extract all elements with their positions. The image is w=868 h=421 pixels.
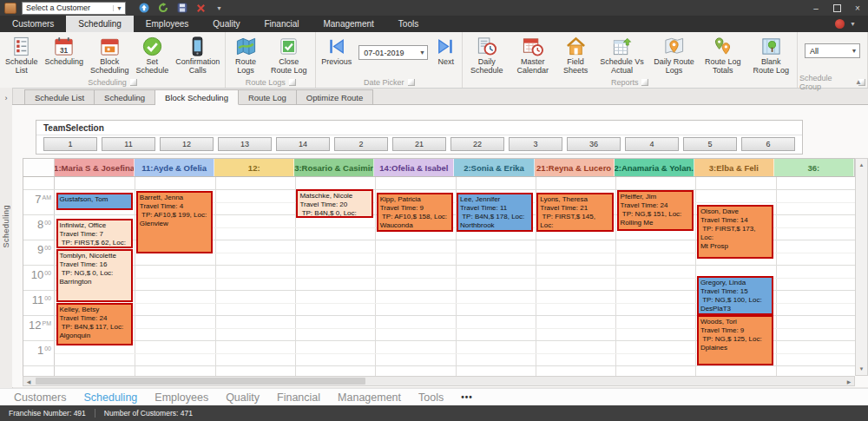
dialog-launcher-icon[interactable] — [289, 79, 296, 86]
bottom-nav-tools[interactable]: Tools — [410, 391, 452, 404]
team-button-4[interactable]: 4 — [625, 137, 679, 151]
team-button-1[interactable]: 1 — [43, 137, 97, 151]
schedule-group-select[interactable]: All▼ — [805, 43, 860, 58]
scroll-right-icon[interactable]: ▶ — [844, 378, 854, 385]
bottom-nav-overflow[interactable]: ••• — [452, 392, 482, 402]
team-button-6[interactable]: 6 — [741, 137, 795, 151]
profile-badge-icon[interactable] — [835, 19, 845, 29]
confirmation-calls-button[interactable]: Confirmation Calls — [172, 34, 223, 75]
bottom-nav-management[interactable]: Management — [329, 391, 410, 404]
doc-tab-schedule-list[interactable]: Schedule List — [24, 89, 95, 105]
daily-schedule-button[interactable]: Daily Schedule — [464, 34, 509, 75]
team-button-5[interactable]: 5 — [683, 137, 737, 151]
doc-tab-optimize-route[interactable]: Optimize Route — [297, 89, 373, 105]
scheduling-button[interactable]: 31Scheduling — [42, 34, 88, 67]
block-scheduling-button[interactable]: Block Scheduling — [87, 34, 133, 75]
event-card-gregory-linda[interactable]: Gregory, LindaTravel Time: 15 TP: NG,$ 1… — [697, 276, 773, 315]
column-header-3-elba-feli[interactable]: 3:Elba & Feli — [694, 159, 774, 176]
dialog-launcher-icon[interactable] — [408, 79, 415, 86]
team-button-22[interactable]: 22 — [450, 137, 504, 151]
route-log-totals-button[interactable]: Route Log Totals — [699, 34, 747, 75]
close-button[interactable]: × — [847, 0, 868, 16]
menu-tab-customers[interactable]: Customers — [0, 16, 66, 32]
horizontal-scrollbar[interactable]: ◀ ▶ — [23, 376, 855, 386]
column-header-1-maria-s-josefina[interactable]: 1:Maria S & Josefina — [55, 159, 135, 176]
blank-route-log-button[interactable]: Blank Route Log — [747, 34, 795, 75]
column-header-12[interactable]: 12: — [214, 159, 294, 176]
save-icon[interactable] — [176, 3, 187, 14]
scroll-down-icon[interactable]: ▼ — [859, 363, 865, 375]
column-header-13-rosario-casimiro[interactable]: 13:Rosario & Casimiro — [294, 159, 374, 176]
bottom-nav-employees[interactable]: Employees — [146, 391, 217, 404]
event-card-lee-jennifer[interactable]: Lee, JenniferTravel Time: 11 TP: B4N,$ 1… — [457, 193, 533, 232]
menu-tab-employees[interactable]: Employees — [134, 16, 201, 32]
minimize-button[interactable]: – — [806, 0, 826, 16]
dialog-launcher-icon[interactable] — [641, 79, 648, 86]
scroll-up-icon[interactable]: ▲ — [859, 159, 865, 171]
menu-tab-management[interactable]: Management — [311, 16, 385, 32]
team-button-13[interactable]: 13 — [218, 137, 272, 151]
event-card-infiniwiz-office[interactable]: Infiniwiz, OfficeTravel Time: 7 TP: FIRS… — [56, 219, 133, 248]
bottom-nav-quality[interactable]: Quality — [217, 391, 268, 404]
close-route-log-button[interactable]: Close Route Log — [264, 34, 313, 75]
event-card-matschke-nicole[interactable]: Matschke, NicoleTravel Time: 20 TP: B4N,… — [296, 189, 372, 218]
column-header-36[interactable]: 36: — [774, 159, 854, 176]
chevron-down-icon[interactable]: ▼ — [417, 49, 427, 56]
schedule-vs-actual-button[interactable]: Schedule Vs Actual — [595, 34, 649, 75]
master-calendar-button[interactable]: Master Calendar — [509, 34, 556, 75]
vertical-scrollbar[interactable]: ▲ ▼ — [855, 158, 868, 376]
team-button-21[interactable]: 21 — [392, 137, 446, 151]
previous-button[interactable]: Previous — [318, 34, 355, 67]
scrollbar-thumb[interactable] — [36, 378, 365, 385]
event-card-kelley-betsy[interactable]: Kelley, BetsyTravel Time: 24 TP: B4N,$ 1… — [56, 303, 133, 345]
customer-combobox[interactable]: Select a Customer ▼ — [22, 2, 126, 15]
event-card-woods-tori[interactable]: Woods, ToriTravel Time: 9 TP: NG,$ 125, … — [697, 315, 773, 365]
team-button-14[interactable]: 14 — [276, 137, 330, 151]
column-header-22-anamaria-yolan[interactable]: 22:Anamaria & Yolan... — [615, 159, 694, 176]
next-button[interactable]: Next — [431, 34, 460, 67]
delete-icon[interactable] — [195, 3, 207, 14]
bottom-nav-scheduling[interactable]: Scheduling — [75, 391, 146, 404]
team-button-3[interactable]: 3 — [509, 137, 562, 151]
event-card-barrett-jenna[interactable]: Barrett, JennaTravel Time: 4 TP: AF10,$ … — [136, 191, 213, 253]
schedule-list-button[interactable]: Schedule List — [2, 34, 42, 75]
scroll-left-icon[interactable]: ◀ — [23, 378, 34, 385]
column-header-21-reyna-lucero[interactable]: 21:Reyna & Lucero — [535, 159, 615, 176]
chevron-down-icon[interactable]: ▼ — [849, 48, 859, 54]
team-button-2[interactable]: 2 — [334, 137, 388, 151]
column-header-2-sonia-erika[interactable]: 2:Sonia & Erika — [454, 159, 534, 176]
menu-tab-quality[interactable]: Quality — [201, 16, 252, 32]
bottom-nav-customers[interactable]: Customers — [5, 391, 75, 404]
refresh-icon[interactable] — [157, 3, 168, 14]
doc-tab-scheduling[interactable]: Scheduling — [95, 89, 155, 105]
event-card-kipp-patricia[interactable]: Kipp, PatriciaTravel Time: 9 TP: AF10,$ … — [377, 193, 453, 232]
doc-tab-route-log[interactable]: Route Log — [239, 89, 297, 105]
event-card-pfeiffer-jim[interactable]: Pfeiffer, JimTravel Time: 24 TP: NG,$ 15… — [617, 190, 694, 231]
vertical-tab-scheduling[interactable]: Scheduling — [2, 205, 10, 248]
menu-tab-tools[interactable]: Tools — [386, 16, 431, 32]
toolbar-overflow-icon[interactable]: ▼ — [216, 5, 222, 11]
team-button-36[interactable]: 36 — [567, 137, 621, 151]
date-picker-input[interactable]: 07-01-2019▼ — [358, 45, 428, 60]
set-schedule-button[interactable]: Set Schedule — [133, 34, 173, 75]
restore-button[interactable] — [826, 0, 847, 16]
team-button-11[interactable]: 11 — [102, 137, 155, 151]
expand-chevron-icon[interactable]: › — [5, 94, 8, 102]
bottom-nav-financial[interactable]: Financial — [268, 391, 329, 404]
sync-icon[interactable] — [138, 3, 149, 14]
column-header-14-ofelia-isabel[interactable]: 14:Ofelia & Isabel — [374, 159, 454, 176]
team-button-12[interactable]: 12 — [160, 137, 214, 151]
event-card-tomblyn-nicolette[interactable]: Tomblyn, NicoletteTravel Time: 16 TP: NG… — [56, 249, 133, 302]
dialog-launcher-icon[interactable] — [130, 79, 137, 86]
ribbon-collapse-icon[interactable]: ▲ — [855, 78, 862, 86]
calendar-grid[interactable]: 7AM8009001000110012PM100Gustafson, TomIn… — [23, 177, 855, 376]
field-sheets-button[interactable]: Field Sheets — [556, 34, 595, 75]
column-header-11-ayde-ofelia[interactable]: 11:Ayde & Ofelia — [135, 159, 214, 176]
chevron-down-icon[interactable]: ▼ — [850, 21, 856, 27]
route-logs-button[interactable]: Route Logs — [227, 34, 264, 75]
chevron-down-icon[interactable]: ▼ — [113, 5, 125, 11]
event-card-olson-dave[interactable]: Olson, DaveTravel Time: 14 TP: FIRST,$ 1… — [697, 205, 773, 259]
menu-tab-financial[interactable]: Financial — [252, 16, 311, 32]
event-card-lyons-theresa[interactable]: Lyons, TheresaTravel Time: 21 TP: FIRST,… — [536, 193, 613, 232]
daily-route-logs-button[interactable]: Daily Route Logs — [649, 34, 699, 75]
